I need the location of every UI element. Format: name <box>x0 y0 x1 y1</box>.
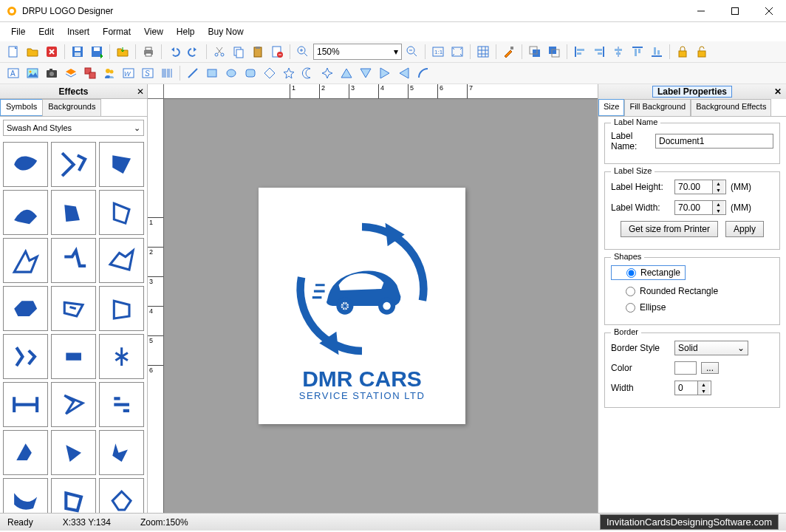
menu-insert[interactable]: Insert <box>61 24 96 40</box>
symbol-item[interactable] <box>99 286 144 331</box>
label-width-input[interactable]: ▲▼ <box>674 200 726 215</box>
layers-icon[interactable] <box>62 64 80 82</box>
menu-file[interactable]: File <box>4 24 32 40</box>
camera-icon[interactable] <box>43 64 61 82</box>
zoom-in-icon[interactable] <box>294 43 312 61</box>
rounded-rect-icon[interactable] <box>242 64 259 82</box>
lock-icon[interactable] <box>674 43 691 61</box>
canvas-area[interactable]: 1 2 3 4 5 6 7 1 2 3 4 5 6 <box>148 84 598 513</box>
new-icon[interactable] <box>4 43 22 61</box>
print-icon[interactable] <box>140 43 157 61</box>
menu-buynow[interactable]: Buy Now <box>202 24 250 40</box>
person-icon[interactable] <box>100 64 118 82</box>
symbol-item[interactable] <box>99 190 144 235</box>
align-right-icon[interactable] <box>590 43 608 61</box>
align-top-icon[interactable] <box>629 43 646 61</box>
tab-symbols[interactable]: Symbols <box>0 99 43 116</box>
bring-front-icon[interactable] <box>526 43 544 61</box>
symbol-item[interactable] <box>3 334 48 379</box>
symbol-item[interactable] <box>3 382 48 427</box>
save-as-icon[interactable] <box>88 43 106 61</box>
symbol-item[interactable] <box>99 478 144 513</box>
symbol-item[interactable] <box>3 478 48 513</box>
symbol-item[interactable] <box>3 190 48 235</box>
redo-icon[interactable] <box>185 43 202 61</box>
save-icon[interactable] <box>69 43 86 61</box>
menu-format[interactable]: Format <box>96 24 137 40</box>
crescent-icon[interactable] <box>299 64 317 82</box>
close-file-icon[interactable] <box>43 43 61 61</box>
triangle-left-icon[interactable] <box>395 64 413 82</box>
ellipse-icon[interactable] <box>222 64 240 82</box>
zoom-select[interactable]: 150%▾ <box>313 44 402 60</box>
symbol-item[interactable] <box>3 238 48 283</box>
diamond-icon[interactable] <box>261 64 278 82</box>
logo-title[interactable]: DMR CARS <box>302 366 422 392</box>
effects-close-icon[interactable]: ✕ <box>137 86 144 97</box>
arc-icon[interactable] <box>414 64 432 82</box>
cut-icon[interactable] <box>211 43 228 61</box>
align-center-icon[interactable] <box>609 43 627 61</box>
tab-background-effects[interactable]: Background Effects <box>691 99 771 116</box>
paste-icon[interactable] <box>249 43 267 61</box>
maximize-button[interactable] <box>718 0 752 22</box>
rectangle-icon[interactable] <box>203 64 221 82</box>
line-icon[interactable] <box>184 64 202 82</box>
label-height-input[interactable]: ▲▼ <box>674 180 726 194</box>
symbol-icon[interactable]: S <box>139 64 157 82</box>
copy-icon[interactable] <box>230 43 247 61</box>
shape-rectangle-radio[interactable]: Rectangle <box>611 265 686 280</box>
zoom-out-icon[interactable] <box>403 43 421 61</box>
barcode-icon[interactable] <box>158 64 176 82</box>
color-picker-icon[interactable] <box>500 43 518 61</box>
undo-icon[interactable] <box>165 43 183 61</box>
tab-size[interactable]: Size <box>598 99 624 116</box>
fit-window-icon[interactable] <box>448 43 466 61</box>
triangle-down-icon[interactable] <box>357 64 375 82</box>
close-button[interactable] <box>752 0 786 22</box>
shape-rounded-rectangle-radio[interactable]: Rounded Rectangle <box>611 286 773 296</box>
symbol-item[interactable] <box>51 382 96 427</box>
symbol-item[interactable] <box>99 238 144 283</box>
border-color-swatch[interactable] <box>674 361 697 375</box>
symbol-item[interactable] <box>99 142 144 187</box>
symbol-item[interactable] <box>99 430 144 475</box>
align-bottom-icon[interactable] <box>648 43 666 61</box>
symbol-item[interactable] <box>51 190 96 235</box>
apply-button[interactable]: Apply <box>725 221 764 237</box>
minimize-button[interactable] <box>684 0 718 22</box>
design-canvas[interactable]: DMR CARS SERVICE STATION LTD <box>259 188 465 424</box>
border-color-more-button[interactable]: ... <box>701 362 719 374</box>
insert-image-icon[interactable] <box>24 64 41 82</box>
menu-view[interactable]: View <box>137 24 170 40</box>
symbol-item[interactable] <box>51 142 96 187</box>
logo-subtitle[interactable]: SERVICE STATION LTD <box>299 390 426 401</box>
border-style-select[interactable]: Solid⌄ <box>674 341 748 355</box>
shape-ellipse-radio[interactable]: Ellipse <box>611 302 773 313</box>
symbol-item[interactable] <box>51 286 96 331</box>
border-width-input[interactable]: ▲▼ <box>674 381 711 395</box>
logo-graphic[interactable] <box>284 211 440 366</box>
star4-icon[interactable] <box>318 64 336 82</box>
triangle-right-icon[interactable] <box>376 64 394 82</box>
export-icon[interactable] <box>114 43 131 61</box>
symbol-item[interactable] <box>99 382 144 427</box>
symbol-item[interactable] <box>3 286 48 331</box>
symbol-item[interactable] <box>3 430 48 475</box>
group-icon[interactable] <box>81 64 99 82</box>
menu-edit[interactable]: Edit <box>32 24 61 40</box>
open-icon[interactable] <box>24 43 41 61</box>
star-icon[interactable] <box>280 64 298 82</box>
grid-icon[interactable] <box>474 43 492 61</box>
insert-text-icon[interactable]: A <box>4 64 22 82</box>
tab-fill-background[interactable]: Fill Background <box>624 99 691 116</box>
triangle-up-icon[interactable] <box>338 64 355 82</box>
label-name-input[interactable] <box>655 134 773 149</box>
get-size-printer-button[interactable]: Get size from Printer <box>621 221 718 237</box>
actual-size-icon[interactable]: 1:1 <box>429 43 447 61</box>
symbol-item[interactable] <box>3 142 48 187</box>
send-back-icon[interactable] <box>545 43 563 61</box>
align-left-icon[interactable] <box>571 43 589 61</box>
properties-close-icon[interactable]: ✕ <box>774 86 782 97</box>
symbol-item[interactable] <box>51 238 96 283</box>
